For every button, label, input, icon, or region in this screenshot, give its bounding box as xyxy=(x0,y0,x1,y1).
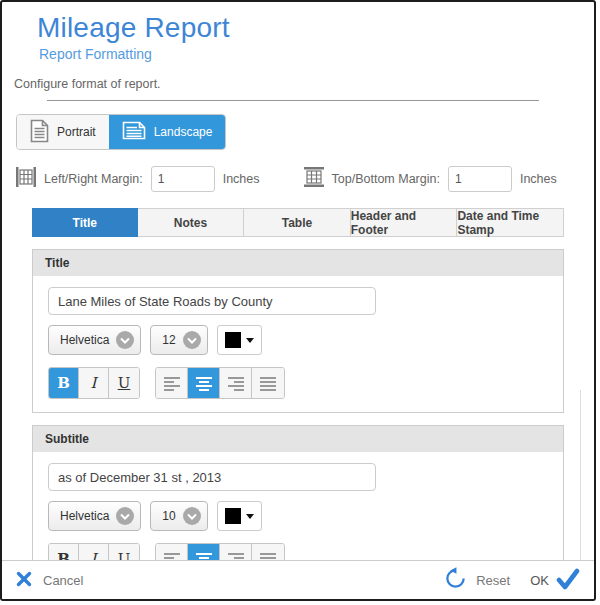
orientation-toggle: Portrait Landscape xyxy=(16,114,226,150)
tb-margin-units: Inches xyxy=(520,172,557,186)
portrait-button[interactable]: Portrait xyxy=(17,115,109,149)
lr-margin-input[interactable] xyxy=(151,166,215,192)
subtitle-font-color-picker[interactable] xyxy=(217,501,262,531)
checkmark-icon xyxy=(556,568,580,593)
footer-bar: Cancel Reset OK xyxy=(2,560,594,599)
title-bold-button[interactable]: B xyxy=(49,368,79,398)
divider xyxy=(47,100,539,101)
tab-table[interactable]: Table xyxy=(244,209,351,236)
subtitle-text-input[interactable] xyxy=(48,463,376,491)
title-align-right-button[interactable] xyxy=(220,368,252,398)
title-align-left-button[interactable] xyxy=(156,368,188,398)
subtitle-font-family-select[interactable]: Helvetica xyxy=(48,501,141,531)
tb-margin-label: Top/Bottom Margin: xyxy=(332,172,440,186)
tb-margin-input[interactable] xyxy=(448,166,512,192)
ok-button[interactable]: OK xyxy=(530,568,580,593)
subtitle-font-size-select[interactable]: 10 xyxy=(150,501,207,531)
mileage-report-dialog: Mileage Report Report Formatting Configu… xyxy=(0,0,596,601)
title-align-center-button[interactable] xyxy=(188,368,220,398)
chevron-down-circle-icon xyxy=(116,331,134,349)
cancel-label: Cancel xyxy=(43,573,83,588)
landscape-button[interactable]: Landscape xyxy=(109,115,226,149)
title-font-family-value: Helvetica xyxy=(60,333,109,347)
chevron-down-circle-icon xyxy=(183,507,201,525)
x-icon xyxy=(16,571,32,590)
align-right-icon xyxy=(227,376,245,391)
scrollbar-track[interactable] xyxy=(580,390,581,584)
lr-margin-units: Inches xyxy=(223,172,260,186)
cancel-button[interactable]: Cancel xyxy=(16,571,83,590)
align-left-icon xyxy=(163,376,181,391)
tab-notes[interactable]: Notes xyxy=(138,209,245,236)
align-center-icon xyxy=(195,376,213,391)
tab-header-and-footer[interactable]: Header and Footer xyxy=(351,209,458,236)
margins-row: Left/Right Margin: Inches Top/Bottom Mar… xyxy=(14,165,594,192)
title-italic-button[interactable]: I xyxy=(79,368,109,398)
title-text-input[interactable] xyxy=(48,287,376,315)
grid-horizontal-margins-icon xyxy=(302,165,326,192)
title-align-justify-button[interactable] xyxy=(252,368,284,398)
black-swatch-icon xyxy=(225,508,241,524)
page-title: Mileage Report xyxy=(37,12,594,44)
grid-vertical-margins-icon xyxy=(14,165,38,192)
subtitle-section-header: Subtitle xyxy=(33,426,563,452)
reset-label: Reset xyxy=(476,573,510,588)
portrait-label: Portrait xyxy=(57,125,96,139)
landscape-page-icon xyxy=(122,121,146,143)
description-text: Configure format of report. xyxy=(14,77,594,91)
title-section: Title Helvetica 12 B xyxy=(32,249,564,413)
chevron-down-circle-icon xyxy=(183,331,201,349)
reset-button[interactable]: Reset xyxy=(444,567,510,593)
black-swatch-icon xyxy=(225,332,241,348)
title-font-family-select[interactable]: Helvetica xyxy=(48,325,141,355)
tab-date-and-time-stamp[interactable]: Date and Time Stamp xyxy=(457,209,563,236)
align-justify-icon xyxy=(259,376,277,391)
caret-down-icon xyxy=(246,338,254,343)
subtitle-font-size-value: 10 xyxy=(162,509,175,523)
ok-label: OK xyxy=(530,573,549,588)
lr-margin-label: Left/Right Margin: xyxy=(44,172,143,186)
title-align-group xyxy=(155,367,285,399)
tab-title[interactable]: Title xyxy=(32,208,138,237)
landscape-label: Landscape xyxy=(154,125,213,139)
subtitle-font-family-value: Helvetica xyxy=(60,509,109,523)
portrait-page-icon xyxy=(30,119,49,146)
title-underline-button[interactable]: U xyxy=(109,368,139,398)
caret-down-icon xyxy=(246,514,254,519)
circular-arrow-icon xyxy=(444,567,467,593)
title-font-color-picker[interactable] xyxy=(217,325,262,355)
title-section-header: Title xyxy=(33,250,563,276)
tab-bar: Title Notes Table Header and Footer Date… xyxy=(32,208,564,237)
title-font-size-select[interactable]: 12 xyxy=(150,325,207,355)
title-font-size-value: 12 xyxy=(162,333,175,347)
title-style-group: B I U xyxy=(48,367,140,399)
page-subtitle: Report Formatting xyxy=(39,46,594,62)
chevron-down-circle-icon xyxy=(116,507,134,525)
